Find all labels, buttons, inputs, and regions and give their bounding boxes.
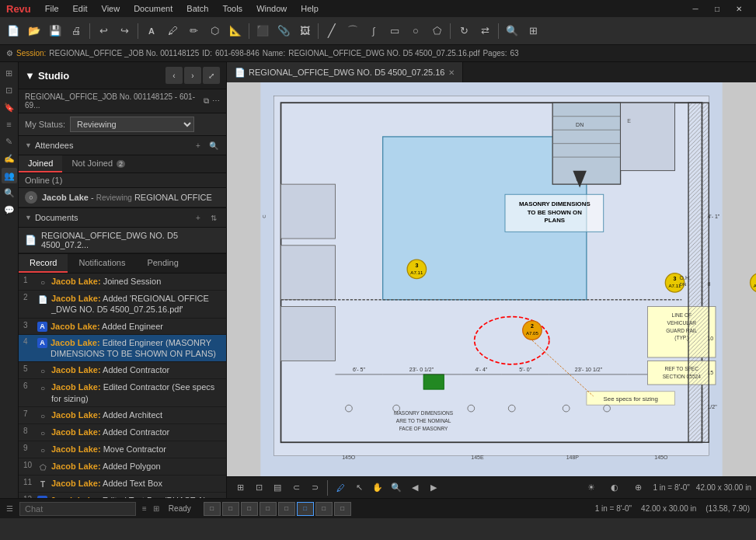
- record-item-11[interactable]: 11 T Jacob Lake: Added Text Box: [19, 476, 226, 493]
- new-button[interactable]: 📄: [3, 21, 23, 41]
- attendees-collapse-icon[interactable]: ▼: [25, 141, 32, 149]
- page-nav-spread[interactable]: ⊃: [306, 479, 323, 496]
- session-settings-icon[interactable]: ⋯: [212, 96, 220, 106]
- line-tool[interactable]: ╱: [322, 21, 342, 41]
- select-tool-btn[interactable]: ↖: [350, 479, 368, 496]
- menu-tools[interactable]: Tools: [216, 2, 249, 15]
- sidebar-icon-thumbnails[interactable]: ⊡: [2, 82, 17, 98]
- tab-joined[interactable]: Joined: [19, 155, 62, 172]
- drawing-tab-close[interactable]: ✕: [448, 68, 455, 77]
- page-nav-first[interactable]: ⊞: [232, 479, 249, 496]
- studio-nav-forward[interactable]: ›: [184, 67, 201, 84]
- sidebar-icon-markups[interactable]: ✎: [2, 134, 17, 149]
- thumbnail-btn-1[interactable]: □: [204, 502, 221, 516]
- drawing-canvas[interactable]: UP DN E: [227, 82, 756, 476]
- record-item-2[interactable]: 2 📄 Jacob Lake: Added 'REGIONAL OFFICE _…: [19, 291, 226, 319]
- documents-add-icon[interactable]: +: [192, 211, 204, 224]
- zoom-tool[interactable]: 🔍: [502, 21, 522, 41]
- record-item-8[interactable]: 8 ○ Jacob Lake: Added Contractor: [19, 424, 226, 441]
- chat-filter-icon[interactable]: ⊞: [153, 504, 159, 513]
- record-item-4[interactable]: 4 A Jacob Lake: Edited Engineer (MASONRY…: [19, 335, 226, 363]
- documents-collapse-icon[interactable]: ▼: [25, 214, 32, 221]
- polygon-tool[interactable]: ⬠: [427, 21, 447, 41]
- highlight-tool[interactable]: 🖊: [162, 21, 183, 41]
- print-button[interactable]: 🖨: [66, 21, 86, 41]
- document-item[interactable]: 📄 REGIONAL_OFFICE_DWG NO. D5 4500_07.2..…: [19, 228, 226, 253]
- pen-tool[interactable]: ✏: [183, 21, 204, 41]
- curve-tool[interactable]: ∫: [364, 21, 384, 41]
- tab-not-joined[interactable]: Not Joined 2: [62, 155, 134, 172]
- sidebar-icon-search[interactable]: 🔍: [2, 185, 17, 200]
- studio-expand-btn[interactable]: ⤢: [203, 67, 220, 84]
- page-back-btn[interactable]: ◀: [406, 479, 423, 496]
- sidebar-icon-bookmarks[interactable]: 🔖: [2, 99, 17, 115]
- thumbnail-btn-5[interactable]: □: [278, 502, 295, 516]
- sidebar-icon-properties[interactable]: ⊞: [2, 65, 17, 81]
- record-tab-pending[interactable]: Pending: [136, 254, 189, 273]
- zoom-in-btn[interactable]: 🔍: [388, 479, 405, 496]
- redo-button[interactable]: ↪: [114, 21, 134, 41]
- text-tool[interactable]: A: [141, 21, 162, 41]
- menu-file[interactable]: File: [39, 2, 65, 15]
- shape-tool[interactable]: ⬡: [204, 21, 225, 41]
- sidebar-icon-signatures[interactable]: ✍: [2, 151, 17, 166]
- hamburger-icon[interactable]: ☰: [6, 504, 13, 513]
- page-nav-grid[interactable]: ⊡: [250, 479, 267, 496]
- maximize-button[interactable]: □: [706, 0, 728, 17]
- thumbnail-btn-7[interactable]: □: [315, 502, 333, 516]
- minimize-button[interactable]: ─: [685, 0, 706, 17]
- sidebar-icon-comments[interactable]: 💬: [2, 202, 17, 218]
- image-tool[interactable]: 🖼: [294, 21, 315, 41]
- attendees-search-icon[interactable]: 🔍: [207, 139, 220, 152]
- undo-button[interactable]: ↩: [93, 21, 113, 41]
- documents-sort-icon[interactable]: ⇅: [207, 211, 220, 224]
- arc-tool[interactable]: ⌒: [343, 21, 363, 41]
- chat-list-icon[interactable]: ≡: [142, 504, 147, 513]
- studio-nav-back[interactable]: ‹: [165, 67, 183, 84]
- save-button[interactable]: 💾: [45, 21, 65, 41]
- markup-mode-btn[interactable]: 🖊: [332, 479, 349, 496]
- record-item-10[interactable]: 10 ⬠ Jacob Lake: Added Polygon: [19, 458, 226, 476]
- menu-help[interactable]: Help: [294, 2, 325, 15]
- record-item-1[interactable]: 1 ○ Jacob Lake: Joined Session: [19, 273, 226, 291]
- record-item-5[interactable]: 5 ○ Jacob Lake: Added Contractor: [19, 362, 226, 379]
- record-item-9[interactable]: 9 ○ Jacob Lake: Move Contractor: [19, 441, 226, 458]
- close-button[interactable]: ✕: [728, 0, 750, 17]
- ellipse-tool[interactable]: ○: [406, 21, 426, 41]
- rect-tool[interactable]: ▭: [385, 21, 405, 41]
- record-item-6[interactable]: 6 ○ Jacob Lake: Edited Contractor (See s…: [19, 379, 226, 407]
- record-item-12[interactable]: 12 A Jacob Lake: Edited Text Box (PHASE …: [19, 493, 226, 498]
- sidebar-icon-layers[interactable]: ≡: [2, 117, 17, 132]
- drawing-tab-active[interactable]: 📄 REGIONAL_OFFICE_DWG NO. D5 4500_07.25.…: [227, 62, 463, 82]
- flip-tool[interactable]: ⇄: [475, 21, 495, 41]
- menu-document[interactable]: Document: [127, 2, 179, 15]
- record-tab-record[interactable]: Record: [19, 254, 68, 273]
- rotate-tool[interactable]: ↻: [454, 21, 474, 41]
- menu-view[interactable]: View: [96, 2, 127, 15]
- record-tab-notifications[interactable]: Notifications: [68, 254, 136, 273]
- record-item-3[interactable]: 3 A Jacob Lake: Added Engineer: [19, 319, 226, 335]
- sidebar-icon-studio[interactable]: 👥: [2, 168, 17, 183]
- measure-tool[interactable]: 📐: [225, 21, 246, 41]
- status-select[interactable]: Reviewing Approved In Progress Complete: [70, 117, 194, 132]
- page-nav-prev-spread[interactable]: ⊂: [287, 479, 305, 496]
- thumbnail-btn-active[interactable]: □: [297, 502, 314, 516]
- open-button[interactable]: 📂: [24, 21, 44, 41]
- thumbnail-btn-4[interactable]: □: [260, 502, 277, 516]
- chat-input[interactable]: [19, 502, 136, 516]
- thumbnail-btn-8[interactable]: □: [334, 502, 351, 516]
- record-item-7[interactable]: 7 ○ Jacob Lake: Added Architect: [19, 407, 226, 424]
- menu-edit[interactable]: Edit: [67, 2, 94, 15]
- thumbnail-btn-2[interactable]: □: [222, 502, 239, 516]
- menu-window[interactable]: Window: [250, 2, 293, 15]
- brightness-btn[interactable]: ◐: [606, 479, 623, 496]
- stamp-tool[interactable]: ⬛: [253, 21, 273, 41]
- attach-tool[interactable]: 📎: [273, 21, 294, 41]
- session-copy-icon[interactable]: ⧉: [204, 96, 209, 106]
- fit-tool[interactable]: ⊞: [523, 21, 543, 41]
- thumbnail-btn-3[interactable]: □: [241, 502, 258, 516]
- page-forward-btn[interactable]: ▶: [425, 479, 442, 496]
- page-nav-list[interactable]: ▤: [269, 479, 286, 496]
- attendees-add-icon[interactable]: +: [192, 139, 204, 152]
- menu-batch[interactable]: Batch: [180, 2, 214, 15]
